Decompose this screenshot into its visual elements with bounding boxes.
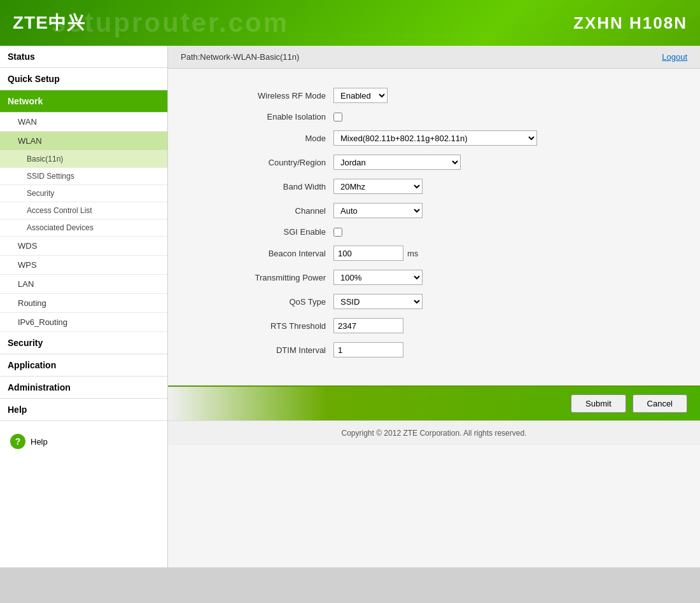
beacon-interval-input[interactable] bbox=[333, 246, 403, 261]
channel-label: Channel bbox=[206, 206, 333, 216]
sidebar-item-ssid-settings[interactable]: SSID Settings bbox=[0, 168, 167, 185]
wireless-rf-mode-select[interactable]: Enabled Disabled bbox=[333, 88, 388, 103]
enable-isolation-label: Enable Isolation bbox=[206, 112, 333, 121]
enable-isolation-checkbox[interactable] bbox=[333, 113, 342, 121]
breadcrumb-bar: Path:Network-WLAN-Basic(11n) Logout bbox=[168, 46, 700, 69]
sidebar-item-quick-setup[interactable]: Quick Setup bbox=[0, 68, 167, 90]
sidebar-item-basic11n[interactable]: Basic(11n) bbox=[0, 151, 167, 168]
logo: ZTE中兴 bbox=[13, 11, 85, 35]
transmitting-power-label: Transmitting Power bbox=[206, 273, 333, 282]
cancel-button[interactable]: Cancel bbox=[633, 394, 687, 413]
form-container: Wireless RF Mode Enabled Disabled Enable… bbox=[168, 69, 700, 385]
sidebar-item-network[interactable]: Network bbox=[0, 90, 167, 113]
country-region-row: Country/Region Jordan United States Unit… bbox=[206, 155, 662, 170]
rts-threshold-label: RTS Threshold bbox=[206, 321, 333, 331]
sgi-enable-checkbox[interactable] bbox=[333, 228, 342, 237]
beacon-interval-row: Beacon Interval ms bbox=[206, 246, 662, 261]
sidebar: Status Quick Setup Network WAN WLAN Basi… bbox=[0, 46, 168, 567]
submit-button[interactable]: Submit bbox=[571, 394, 626, 413]
band-width-label: Band Width bbox=[206, 182, 333, 191]
footer-copyright: Copyright © 2012 ZTE Corporation. All ri… bbox=[342, 429, 527, 438]
header-watermark: setuprouter.com bbox=[51, 8, 289, 38]
breadcrumb: Path:Network-WLAN-Basic(11n) bbox=[181, 52, 299, 62]
channel-row: Channel Auto 1234 5678 91011 bbox=[206, 203, 662, 218]
content-area: Path:Network-WLAN-Basic(11n) Logout Wire… bbox=[168, 46, 700, 567]
logout-link[interactable]: Logout bbox=[662, 52, 687, 62]
sidebar-item-help[interactable]: Help bbox=[0, 399, 167, 421]
model-name: ZXHN H108N bbox=[573, 13, 687, 33]
dtim-interval-label: DTIM Interval bbox=[206, 345, 333, 355]
wireless-rf-mode-label: Wireless RF Mode bbox=[206, 91, 333, 100]
sidebar-item-associated-devices[interactable]: Associated Devices bbox=[0, 219, 167, 237]
sidebar-item-ipv6-routing[interactable]: IPv6_Routing bbox=[0, 313, 167, 332]
mode-row: Mode Mixed(802.11b+802.11g+802.11n) 802.… bbox=[206, 130, 662, 146]
qos-type-select[interactable]: SSID WMM bbox=[333, 294, 423, 309]
band-width-row: Band Width 20Mhz 40Mhz bbox=[206, 179, 662, 194]
channel-select[interactable]: Auto 1234 5678 91011 bbox=[333, 203, 423, 218]
beacon-interval-label: Beacon Interval bbox=[206, 249, 333, 258]
sgi-enable-label: SGI Enable bbox=[206, 227, 333, 237]
logo-text: ZTE中兴 bbox=[13, 11, 85, 35]
rts-threshold-input[interactable] bbox=[333, 318, 403, 333]
sidebar-item-security-wlan[interactable]: Security bbox=[0, 185, 167, 202]
transmitting-power-select[interactable]: 100% 75% 50% 25% bbox=[333, 270, 423, 285]
bottom-bar: Submit Cancel bbox=[168, 385, 700, 420]
sidebar-item-security[interactable]: Security bbox=[0, 332, 167, 354]
main-container: Status Quick Setup Network WAN WLAN Basi… bbox=[0, 46, 700, 567]
sidebar-item-acl[interactable]: Access Control List bbox=[0, 202, 167, 219]
qos-type-label: QoS Type bbox=[206, 297, 333, 307]
qos-type-row: QoS Type SSID WMM bbox=[206, 294, 662, 309]
country-region-label: Country/Region bbox=[206, 158, 333, 167]
sidebar-item-administration[interactable]: Administration bbox=[0, 377, 167, 399]
mode-select[interactable]: Mixed(802.11b+802.11g+802.11n) 802.11b o… bbox=[333, 130, 537, 146]
dtim-interval-row: DTIM Interval bbox=[206, 342, 662, 357]
sidebar-item-wan[interactable]: WAN bbox=[0, 113, 167, 132]
country-region-select[interactable]: Jordan United States United Kingdom bbox=[333, 155, 461, 170]
wireless-rf-mode-row: Wireless RF Mode Enabled Disabled bbox=[206, 88, 662, 103]
header: ZTE中兴 setuprouter.com ZXHN H108N bbox=[0, 0, 700, 46]
sidebar-item-routing[interactable]: Routing bbox=[0, 294, 167, 313]
sidebar-help-section: ? Help bbox=[0, 421, 167, 462]
help-circle-icon[interactable]: ? bbox=[10, 434, 25, 449]
sidebar-item-status[interactable]: Status bbox=[0, 46, 167, 68]
band-width-select[interactable]: 20Mhz 40Mhz bbox=[333, 179, 423, 194]
sidebar-item-application[interactable]: Application bbox=[0, 354, 167, 377]
rts-threshold-row: RTS Threshold bbox=[206, 318, 662, 333]
dtim-interval-input[interactable] bbox=[333, 342, 403, 357]
beacon-interval-unit: ms bbox=[407, 249, 418, 258]
help-label: Help bbox=[31, 437, 48, 447]
sgi-enable-row: SGI Enable bbox=[206, 227, 662, 237]
footer: Copyright © 2012 ZTE Corporation. All ri… bbox=[168, 420, 700, 445]
transmitting-power-row: Transmitting Power 100% 75% 50% 25% bbox=[206, 270, 662, 285]
enable-isolation-row: Enable Isolation bbox=[206, 112, 662, 121]
sidebar-item-wlan[interactable]: WLAN bbox=[0, 132, 167, 151]
mode-label: Mode bbox=[206, 134, 333, 143]
sidebar-item-wds[interactable]: WDS bbox=[0, 237, 167, 256]
sidebar-item-wps[interactable]: WPS bbox=[0, 256, 167, 275]
sidebar-item-lan[interactable]: LAN bbox=[0, 275, 167, 294]
